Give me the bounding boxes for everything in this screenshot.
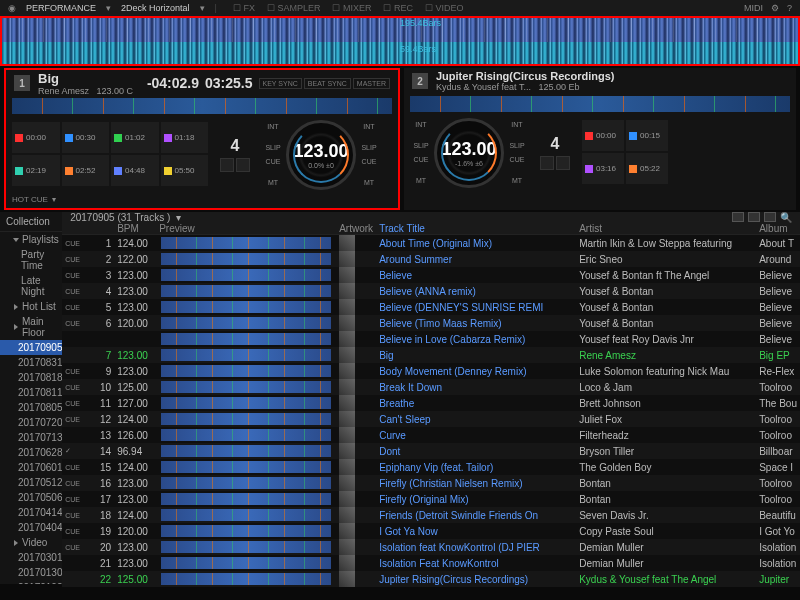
preview-waveform[interactable] [161, 285, 331, 297]
flag[interactable]: BEAT SYNC [304, 78, 351, 89]
transport-CUE[interactable]: CUE [414, 156, 429, 163]
playlists-folder[interactable]: Playlists [0, 232, 62, 247]
hot-cue-H[interactable]: 05:50 [161, 155, 209, 186]
settings-icon[interactable]: ⚙ [771, 3, 779, 13]
track-row[interactable]: ✓ 14 96.94 Dont Bryson Tiller Billboar [62, 443, 800, 459]
sidebar-item-20170506[interactable]: 20170506 [0, 490, 62, 505]
flag[interactable]: KEY SYNC [259, 78, 302, 89]
col-bpm[interactable]: BPM [114, 223, 156, 234]
transport-SLIP[interactable]: SLIP [509, 142, 524, 149]
track-row[interactable]: CUE 19 120.00 I Got Ya Now Copy Paste So… [62, 523, 800, 539]
track-row[interactable]: CUE 18 124.00 Friends (Detroit Swindle F… [62, 507, 800, 523]
hot-cue-D[interactable]: 03:16 [582, 153, 624, 184]
preview-waveform[interactable] [161, 317, 331, 329]
transport-INT[interactable]: INT [511, 121, 522, 128]
tab-sampler[interactable]: ☐ SAMPLER [267, 3, 321, 13]
tab-mixer[interactable]: ☐ MIXER [332, 3, 371, 13]
transport-SLIP[interactable]: SLIP [413, 142, 428, 149]
preview-waveform[interactable] [161, 477, 331, 489]
track-row[interactable]: CUE 12 124.00 Can't Sleep Juliet Fox Too… [62, 411, 800, 427]
preview-waveform[interactable] [161, 365, 331, 377]
col-artwork[interactable]: Artwork [336, 223, 376, 234]
preview-waveform[interactable] [161, 541, 331, 553]
hot-cue-label[interactable]: HOT CUE [12, 195, 48, 204]
sidebar-item-20170905[interactable]: 20170905 [0, 340, 62, 355]
sidebar-item-Main Floor[interactable]: Main Floor [0, 314, 62, 340]
preview-waveform[interactable] [161, 413, 331, 425]
transport-SLIP[interactable]: SLIP [361, 144, 376, 151]
sidebar-item-Hot List[interactable]: Hot List [0, 299, 62, 314]
hot-cue-A[interactable]: 00:00 [12, 122, 60, 153]
sidebar-item-20170720[interactable]: 20170720 [0, 415, 62, 430]
preview-waveform[interactable] [161, 525, 331, 537]
preview-waveform[interactable] [161, 557, 331, 569]
hot-cue-F[interactable]: 02:52 [62, 155, 110, 186]
sidebar-item-20170628[interactable]: 20170628 [0, 445, 62, 460]
track-overview-waveform[interactable] [410, 96, 790, 112]
sidebar-item-Party Time[interactable]: Party Time [0, 247, 62, 273]
col-artist[interactable]: Artist [576, 223, 756, 234]
track-row[interactable]: CUE 3 123.00 Believe Yousef & Bontan ft … [62, 267, 800, 283]
col-preview[interactable]: Preview [156, 223, 336, 234]
loop-length[interactable]: 4 [551, 135, 560, 153]
hot-cue-E[interactable]: 02:19 [12, 155, 60, 186]
jog-wheel[interactable]: 123.00 0.0% ±0 [286, 120, 356, 190]
hot-cue-B[interactable]: 00:15 [626, 120, 668, 151]
sidebar-item-20170601[interactable]: 20170601 [0, 460, 62, 475]
preview-waveform[interactable] [161, 269, 331, 281]
midi-label[interactable]: MIDI [744, 3, 763, 13]
transport-MT[interactable]: MT [416, 177, 426, 184]
view-list-icon[interactable] [732, 212, 744, 222]
jog-wheel[interactable]: 123.00 -1.6% ±6 [434, 118, 504, 188]
track-row[interactable]: CUE 5 123.00 Believe (DENNEY'S SUNRISE R… [62, 299, 800, 315]
track-row[interactable]: CUE 6 120.00 Believe (Timo Maas Remix) Y… [62, 315, 800, 331]
transport-INT[interactable]: INT [415, 121, 426, 128]
sidebar-item-20170713[interactable]: 20170713 [0, 430, 62, 445]
hot-cue-D[interactable]: 01:18 [161, 122, 209, 153]
sidebar-item-20170831[interactable]: 20170831 [0, 355, 62, 370]
transport-CUE[interactable]: CUE [362, 158, 377, 165]
sidebar-item-20170301[interactable]: 20170301 [0, 550, 62, 565]
tab-rec[interactable]: ☐ REC [383, 3, 413, 13]
loop-prev-button[interactable] [540, 156, 554, 170]
track-row[interactable]: 21 123.00 Isolation Feat KnowKontrol Dem… [62, 555, 800, 571]
preview-waveform[interactable] [161, 397, 331, 409]
preview-waveform[interactable] [161, 349, 331, 361]
transport-MT[interactable]: MT [364, 179, 374, 186]
transport-SLIP[interactable]: SLIP [265, 144, 280, 151]
sidebar-item-20170102[interactable]: 20170102 [0, 580, 62, 584]
collection-header[interactable]: Collection [0, 212, 62, 232]
preview-waveform[interactable] [161, 237, 331, 249]
preview-waveform[interactable] [161, 301, 331, 313]
track-row[interactable]: 7 123.00 Big Rene Amesz Big EP [62, 347, 800, 363]
sidebar-item-Late Night[interactable]: Late Night [0, 273, 62, 299]
hot-cue-F[interactable]: 05:22 [626, 153, 668, 184]
track-row[interactable]: CUE 17 123.00 Firefly (Original Mix) Bon… [62, 491, 800, 507]
preview-waveform[interactable] [161, 429, 331, 441]
preview-waveform[interactable] [161, 573, 331, 585]
transport-MT[interactable]: MT [268, 179, 278, 186]
track-row[interactable]: 13 126.00 Curve Filterheadz Toolroo [62, 427, 800, 443]
preview-waveform[interactable] [161, 381, 331, 393]
track-row[interactable]: CUE 1 124.00 About Time (Original Mix) M… [62, 235, 800, 251]
sidebar-item-20170811[interactable]: 20170811 [0, 385, 62, 400]
col-album[interactable]: Album [756, 223, 800, 234]
track-row[interactable]: CUE 20 123.00 Isolation feat KnowKontrol… [62, 539, 800, 555]
sidebar-item-20170512[interactable]: 20170512 [0, 475, 62, 490]
track-row[interactable]: Believe in Love (Cabarza Remix) Yousef f… [62, 331, 800, 347]
flag[interactable]: MASTER [353, 78, 390, 89]
track-row[interactable]: CUE 4 123.00 Believe (ANNA remix) Yousef… [62, 283, 800, 299]
loop-length[interactable]: 4 [231, 137, 240, 155]
preview-waveform[interactable] [161, 493, 331, 505]
hot-cue-G[interactable]: 04:48 [111, 155, 159, 186]
view-grid-icon[interactable] [748, 212, 760, 222]
track-row[interactable]: CUE 9 123.00 Body Movement (Denney Remix… [62, 363, 800, 379]
main-waveform-area[interactable]: 195.4Bars 59.4Bars [0, 16, 800, 66]
sidebar-item-20170805[interactable]: 20170805 [0, 400, 62, 415]
transport-MT[interactable]: MT [512, 177, 522, 184]
sidebar-item-20170130[interactable]: 20170130 [0, 565, 62, 580]
track-overview-waveform[interactable] [12, 98, 392, 114]
transport-INT[interactable]: INT [267, 123, 278, 130]
view-selector[interactable]: 2Deck Horizontal [121, 3, 190, 13]
preview-waveform[interactable] [161, 461, 331, 473]
